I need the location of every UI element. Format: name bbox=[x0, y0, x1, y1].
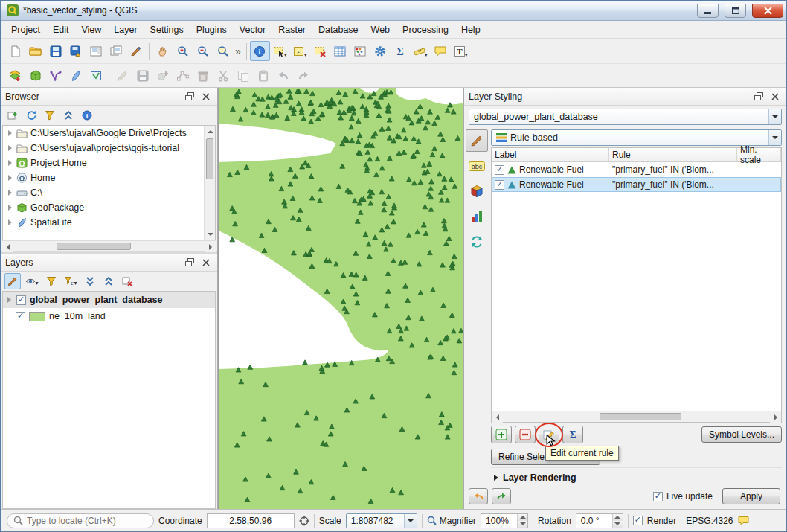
messages-icon[interactable] bbox=[738, 516, 749, 526]
layer-visibility-checkbox[interactable]: ✓ bbox=[16, 295, 26, 305]
browser-filter-button[interactable] bbox=[42, 107, 58, 124]
tab-3d-view[interactable] bbox=[466, 180, 488, 202]
tab-diagrams[interactable] bbox=[466, 205, 488, 228]
layers-float-button[interactable] bbox=[183, 257, 196, 269]
column-header-min-scale[interactable]: Min. scale bbox=[737, 148, 781, 161]
expander-icon[interactable] bbox=[8, 219, 12, 225]
browser-add-layer-button[interactable] bbox=[4, 107, 21, 124]
rule-checkbox[interactable]: ✓ bbox=[495, 165, 504, 175]
style-undo-button[interactable] bbox=[469, 488, 488, 504]
save-project-as-button[interactable] bbox=[65, 41, 86, 61]
open-project-button[interactable] bbox=[25, 41, 45, 61]
browser-horizontal-scrollbar[interactable] bbox=[2, 240, 216, 251]
menu-edit[interactable]: Edit bbox=[47, 22, 75, 37]
rule-row-1[interactable]: ✓ Renewable Fuel "primary_fuel" IN ('Bio… bbox=[492, 162, 781, 177]
browser-item-home[interactable]: Home bbox=[3, 170, 204, 185]
new-virtual-layer-button[interactable] bbox=[86, 65, 106, 86]
filter-by-expression-button[interactable]: ε▾ bbox=[62, 273, 80, 289]
redo-button[interactable] bbox=[293, 65, 313, 86]
layer-row-power-plants[interactable]: ✓ global_power_plant_database bbox=[3, 292, 215, 308]
apply-button[interactable]: Apply bbox=[722, 488, 780, 504]
magnifier-spinbox[interactable]: 100% bbox=[481, 513, 528, 528]
maximize-button[interactable] bbox=[725, 4, 746, 18]
scroll-left-button[interactable] bbox=[2, 241, 13, 252]
menu-database[interactable]: Database bbox=[312, 22, 364, 37]
processing-toolbox-button[interactable] bbox=[370, 41, 391, 61]
expand-all-button[interactable] bbox=[82, 273, 98, 289]
tab-symbology[interactable] bbox=[466, 129, 488, 152]
browser-float-button[interactable] bbox=[183, 91, 196, 103]
rule-row-2[interactable]: ✓ Renewable Fuel "primary_fuel" IN ('Bio… bbox=[492, 177, 781, 192]
style-mode-combo[interactable]: Rule-based bbox=[491, 129, 782, 146]
data-source-manager-button[interactable] bbox=[5, 65, 25, 86]
menu-vector[interactable]: Vector bbox=[234, 22, 272, 37]
menu-project[interactable]: Project bbox=[5, 22, 46, 37]
new-print-layout-button[interactable] bbox=[86, 41, 106, 61]
browser-refresh-button[interactable] bbox=[23, 107, 39, 124]
section-expander-icon[interactable] bbox=[494, 475, 498, 481]
browser-tree[interactable]: C:\Users\ujaval\Google Drive\Projects C:… bbox=[2, 125, 216, 240]
styling-close-button[interactable] bbox=[768, 91, 782, 103]
count-features-button[interactable]: Σ bbox=[562, 426, 583, 443]
browser-close-button[interactable] bbox=[199, 91, 213, 103]
render-checkbox[interactable]: ✓ bbox=[633, 516, 643, 525]
scroll-right-button[interactable] bbox=[770, 411, 781, 423]
new-geopackage-layer-button[interactable] bbox=[25, 65, 45, 86]
layers-close-button[interactable] bbox=[199, 257, 213, 269]
toolbar-overflow-button[interactable]: » bbox=[233, 45, 243, 57]
identify-features-button[interactable]: i bbox=[250, 41, 270, 61]
tab-labels[interactable]: abc bbox=[466, 155, 488, 177]
expander-icon[interactable] bbox=[8, 190, 12, 196]
scroll-right-button[interactable] bbox=[205, 241, 216, 252]
map-canvas[interactable] bbox=[218, 88, 463, 509]
undo-button[interactable] bbox=[273, 65, 293, 86]
deselect-features-button[interactable] bbox=[310, 41, 330, 61]
browser-item-geopackage[interactable]: GeoPackage bbox=[3, 200, 204, 215]
layer-rendering-section[interactable]: Layer Rendering bbox=[491, 467, 782, 487]
zoom-out-button[interactable] bbox=[193, 41, 213, 61]
menu-settings[interactable]: Settings bbox=[144, 22, 190, 37]
layout-manager-button[interactable] bbox=[106, 41, 126, 61]
layer-selector-combo[interactable]: global_power_plant_database bbox=[469, 109, 782, 125]
scroll-left-button[interactable] bbox=[492, 411, 503, 423]
rules-horizontal-scrollbar[interactable] bbox=[492, 411, 781, 422]
column-header-rule[interactable]: Rule bbox=[609, 148, 737, 161]
zoom-in-button[interactable] bbox=[173, 41, 193, 61]
style-redo-button[interactable] bbox=[492, 488, 511, 504]
scale-combo[interactable]: 1:8087482 bbox=[346, 513, 417, 528]
spin-arrows[interactable] bbox=[612, 514, 623, 528]
column-header-label[interactable]: Label bbox=[492, 148, 609, 161]
close-button[interactable] bbox=[752, 4, 783, 18]
save-project-button[interactable] bbox=[45, 41, 65, 61]
browser-panel-header[interactable]: Browser bbox=[1, 88, 217, 106]
styling-float-button[interactable] bbox=[752, 91, 765, 103]
browser-vertical-scrollbar[interactable] bbox=[204, 126, 215, 240]
measure-button[interactable]: ▾ bbox=[411, 41, 431, 61]
tab-history[interactable] bbox=[466, 231, 488, 253]
coordinate-value[interactable]: 2.58,50.96 bbox=[207, 513, 295, 528]
new-spatialite-layer-button[interactable] bbox=[65, 65, 86, 86]
browser-item-projects-folder[interactable]: C:\Users\ujaval\projects\qgis-tutorial bbox=[3, 141, 204, 156]
new-project-button[interactable] bbox=[5, 41, 25, 61]
title-bar[interactable]: *basic_vector_styling - QGIS bbox=[1, 1, 786, 21]
copy-features-button[interactable] bbox=[233, 65, 253, 86]
show-statistics-button[interactable]: Σ bbox=[391, 41, 411, 61]
remove-rule-button[interactable] bbox=[515, 426, 536, 443]
styling-panel-header[interactable]: Layer Styling bbox=[464, 88, 786, 106]
filter-legend-button[interactable] bbox=[43, 273, 60, 289]
cut-features-button[interactable] bbox=[213, 65, 233, 86]
paste-features-button[interactable] bbox=[253, 65, 273, 86]
combo-arrow[interactable] bbox=[404, 514, 417, 528]
delete-selected-button[interactable] bbox=[193, 65, 213, 86]
locate-bar[interactable] bbox=[7, 513, 154, 528]
rule-checkbox[interactable]: ✓ bbox=[495, 180, 504, 190]
collapse-all-button[interactable] bbox=[100, 273, 117, 289]
toggle-editing-button[interactable] bbox=[112, 65, 132, 86]
menu-processing[interactable]: Processing bbox=[396, 22, 454, 37]
browser-item-project-home[interactable]: Project Home bbox=[3, 156, 204, 170]
scroll-down-button[interactable] bbox=[205, 228, 216, 240]
browser-collapse-all-button[interactable] bbox=[60, 107, 77, 124]
open-attribute-table-button[interactable] bbox=[330, 41, 350, 61]
manage-map-themes-button[interactable]: ▾ bbox=[23, 273, 41, 289]
browser-item-spatialite[interactable]: SpatiaLite bbox=[3, 215, 204, 230]
